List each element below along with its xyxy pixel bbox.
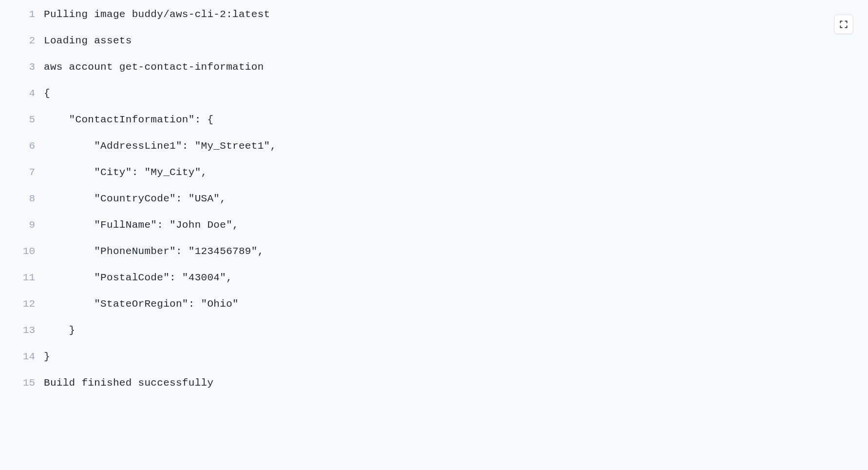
log-line: 3 aws account get-contact-information xyxy=(0,61,868,88)
log-line: 9 "FullName": "John Doe", xyxy=(0,219,868,246)
line-number: 5 xyxy=(0,114,44,125)
line-content: "StateOrRegion": "Ohio" xyxy=(44,298,239,310)
line-content: "FullName": "John Doe", xyxy=(44,219,239,231)
line-number: 12 xyxy=(0,298,44,310)
line-number: 7 xyxy=(0,167,44,178)
line-number: 11 xyxy=(0,272,44,283)
line-content: { xyxy=(44,88,50,99)
log-line: 7 "City": "My_City", xyxy=(0,167,868,193)
log-line: 15 Build finished successfully xyxy=(0,377,868,404)
line-number: 3 xyxy=(0,61,44,73)
line-number: 6 xyxy=(0,140,44,152)
line-number: 1 xyxy=(0,9,44,20)
log-line: 6 "AddressLine1": "My_Street1", xyxy=(0,140,868,167)
line-number: 9 xyxy=(0,219,44,231)
code-log-container: 1 Pulling image buddy/aws-cli-2:latest 2… xyxy=(0,9,868,404)
line-number: 4 xyxy=(0,88,44,99)
log-line: 2 Loading assets xyxy=(0,35,868,61)
log-line: 8 "CountryCode": "USA", xyxy=(0,193,868,219)
line-content: } xyxy=(44,351,50,362)
line-content: "PostalCode": "43004", xyxy=(44,272,232,283)
log-line: 4 { xyxy=(0,88,868,114)
line-number: 2 xyxy=(0,35,44,46)
log-line: 11 "PostalCode": "43004", xyxy=(0,272,868,298)
line-number: 10 xyxy=(0,246,44,257)
line-number: 14 xyxy=(0,351,44,362)
log-line: 5 "ContactInformation": { xyxy=(0,114,868,140)
line-content: "AddressLine1": "My_Street1", xyxy=(44,140,276,152)
line-content: Pulling image buddy/aws-cli-2:latest xyxy=(44,9,270,20)
line-content: "PhoneNumber": "123456789", xyxy=(44,246,264,257)
log-line: 12 "StateOrRegion": "Ohio" xyxy=(0,298,868,325)
fullscreen-button[interactable] xyxy=(834,15,853,34)
log-line: 13 } xyxy=(0,325,868,351)
line-number: 8 xyxy=(0,193,44,204)
line-number: 13 xyxy=(0,325,44,336)
line-content: "City": "My_City", xyxy=(44,167,207,178)
log-line: 10 "PhoneNumber": "123456789", xyxy=(0,246,868,272)
line-content: "ContactInformation": { xyxy=(44,114,213,125)
line-content: } xyxy=(44,325,75,336)
log-line: 14 } xyxy=(0,351,868,377)
line-content: "CountryCode": "USA", xyxy=(44,193,226,204)
log-line: 1 Pulling image buddy/aws-cli-2:latest xyxy=(0,9,868,35)
fullscreen-icon xyxy=(839,20,849,29)
line-content: Loading assets xyxy=(44,35,132,46)
line-content: Build finished successfully xyxy=(44,377,213,389)
line-content: aws account get-contact-information xyxy=(44,61,264,73)
line-number: 15 xyxy=(0,377,44,389)
